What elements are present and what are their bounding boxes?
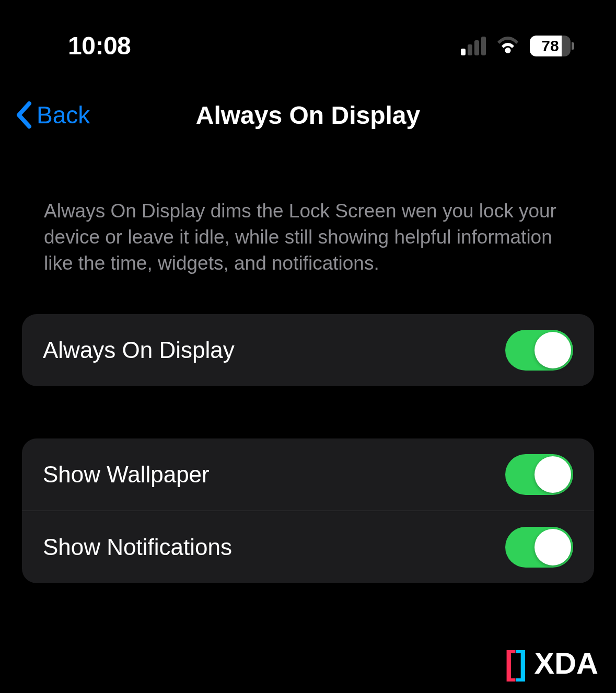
battery-level: 78: [530, 36, 571, 56]
chevron-left-icon: [15, 101, 32, 129]
setting-show-notifications[interactable]: Show Notifications: [22, 511, 594, 583]
cellular-icon: [461, 37, 486, 55]
setting-always-on-display[interactable]: Always On Display: [22, 314, 594, 386]
back-button[interactable]: Back: [15, 101, 90, 129]
content-area: Always On Display dims the Lock Screen w…: [0, 155, 616, 583]
setting-label: Show Wallpaper: [43, 461, 210, 488]
status-indicators: 78: [461, 36, 574, 56]
setting-show-wallpaper[interactable]: Show Wallpaper: [22, 438, 594, 511]
settings-group-main: Always On Display: [22, 314, 594, 386]
toggle-show-notifications[interactable]: [505, 527, 573, 568]
status-bar: 10:08 78: [0, 0, 616, 76]
status-time: 10:08: [68, 31, 131, 60]
settings-group-options: Show Wallpaper Show Notifications: [22, 438, 594, 583]
toggle-show-wallpaper[interactable]: [505, 454, 573, 495]
feature-description: Always On Display dims the Lock Screen w…: [22, 155, 594, 314]
page-title: Always On Display: [0, 101, 616, 130]
navigation-bar: Back Always On Display: [0, 76, 616, 155]
bracket-icon: []: [505, 646, 527, 680]
back-label: Back: [37, 101, 90, 129]
setting-label: Always On Display: [43, 337, 235, 363]
watermark-text: XDA: [534, 645, 598, 680]
wifi-icon: [495, 37, 520, 55]
setting-label: Show Notifications: [43, 534, 232, 560]
xda-watermark: [] XDA: [505, 645, 598, 680]
toggle-always-on-display[interactable]: [505, 330, 573, 371]
battery-icon: 78: [530, 36, 574, 56]
